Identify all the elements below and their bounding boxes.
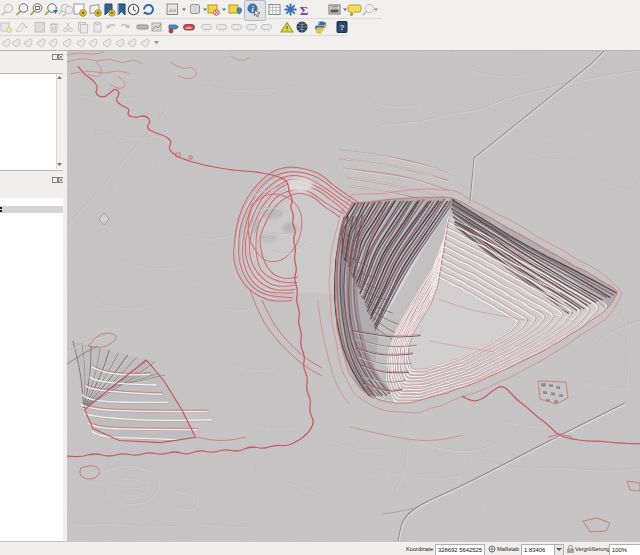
svg-text:abc: abc (186, 25, 194, 30)
svg-text:Σ: Σ (300, 3, 309, 18)
svg-text:?: ? (340, 23, 345, 32)
